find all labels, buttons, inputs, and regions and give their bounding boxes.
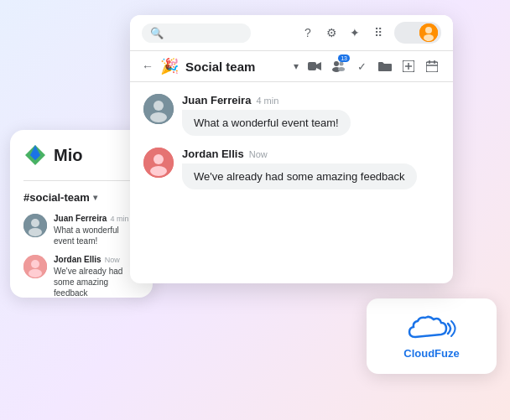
- channel-emoji: 🎉: [160, 57, 179, 75]
- message-text: We've already had some amazing feedback: [54, 266, 139, 298]
- sparkle-icon[interactable]: ✦: [347, 25, 362, 40]
- message-content: Jordan Ellis Now We've already had some …: [54, 255, 139, 298]
- cloudfuze-card: CloudFuze: [367, 298, 497, 374]
- mio-channel-name: #social-team: [23, 191, 90, 204]
- message-content: Jordan Ellis Now We've already had some …: [182, 148, 440, 189]
- message-group: Juan Ferreira 4 min What a wonderful eve…: [143, 94, 440, 136]
- topbar-icons: ? ⚙ ✦ ⠿: [300, 22, 441, 44]
- message-content: Juan Ferreira 4 min What a wonderful eve…: [182, 94, 440, 136]
- chat-subbar: ← 🎉 Social team ▾ 13 ✓: [130, 51, 453, 82]
- cloudfuze-brand-name: CloudFuze: [403, 347, 459, 360]
- chat-window: 🔍 ? ⚙ ✦ ⠿ ← 🎉 Social team ▾: [130, 15, 453, 283]
- message-meta: Jordan Ellis Now: [54, 255, 139, 264]
- cloudfuze-icon: [403, 314, 461, 344]
- svg-point-29: [150, 166, 167, 176]
- mio-channel-header[interactable]: #social-team ▾: [23, 191, 139, 204]
- avatar: [23, 255, 47, 278]
- search-box[interactable]: 🔍: [142, 23, 251, 43]
- message-bubble: What a wonderful event team!: [182, 110, 351, 136]
- mio-brand-name: Mio: [54, 146, 82, 165]
- task-icon[interactable]: [399, 57, 418, 75]
- svg-point-28: [154, 154, 164, 164]
- title-chevron-icon[interactable]: ▾: [294, 60, 299, 72]
- back-button[interactable]: ←: [142, 60, 154, 73]
- sender-name: Jordan Ellis: [182, 148, 244, 160]
- list-item: Juan Ferreira 4 min What a wonderful eve…: [23, 214, 139, 246]
- svg-point-25: [154, 101, 164, 111]
- avatar: [143, 94, 174, 124]
- message-time: 4 min: [110, 215, 128, 223]
- sender-name: Juan Ferreira: [182, 94, 251, 106]
- checkmark-icon[interactable]: ✓: [352, 57, 371, 75]
- message-meta: Juan Ferreira 4 min: [182, 94, 440, 106]
- avatar: [143, 148, 174, 178]
- message-time: 4 min: [256, 96, 278, 106]
- sender-name: Jordan Ellis: [54, 255, 101, 264]
- svg-point-26: [150, 112, 167, 122]
- message-time: Now: [249, 149, 268, 159]
- message-group: Jordan Ellis Now We've already had some …: [143, 148, 440, 189]
- people-badge: 13: [338, 54, 350, 62]
- mio-logo: Mio: [23, 143, 139, 167]
- svg-point-10: [425, 27, 432, 34]
- help-icon[interactable]: ?: [300, 25, 315, 40]
- message-bubble: We've already had some amazing feedback: [182, 163, 417, 189]
- settings-icon[interactable]: ⚙: [324, 25, 339, 40]
- svg-point-15: [340, 62, 344, 66]
- message-meta: Juan Ferreira 4 min: [54, 214, 139, 223]
- svg-rect-12: [308, 62, 316, 70]
- grid-icon[interactable]: ⠿: [371, 25, 386, 40]
- subbar-actions: 13 ✓: [305, 57, 441, 75]
- svg-point-11: [424, 34, 434, 41]
- people-icon[interactable]: 13: [329, 57, 347, 75]
- sender-name: Juan Ferreira: [54, 214, 107, 223]
- user-avatar-pill[interactable]: [394, 22, 441, 44]
- svg-point-8: [29, 269, 42, 277]
- svg-point-7: [31, 260, 39, 268]
- message-meta: Jordan Ellis Now: [182, 148, 440, 160]
- message-text: What a wonderful event team!: [54, 225, 139, 246]
- svg-point-13: [334, 61, 339, 66]
- svg-point-16: [338, 67, 345, 71]
- svg-rect-20: [426, 62, 438, 72]
- mio-divider: [23, 180, 139, 181]
- mio-diamond-icon: [23, 143, 47, 167]
- chevron-down-icon: ▾: [93, 193, 97, 202]
- chat-title: Social team: [185, 60, 287, 74]
- chat-topbar: 🔍 ? ⚙ ✦ ⠿: [130, 15, 453, 51]
- messages-area: Juan Ferreira 4 min What a wonderful eve…: [130, 82, 453, 213]
- video-icon[interactable]: [305, 57, 324, 75]
- svg-point-5: [29, 228, 42, 236]
- search-icon: 🔍: [150, 27, 164, 39]
- message-content: Juan Ferreira 4 min What a wonderful eve…: [54, 214, 139, 246]
- user-avatar: [419, 23, 438, 42]
- svg-point-4: [31, 219, 39, 227]
- message-time: Now: [105, 256, 120, 264]
- list-item: Jordan Ellis Now We've already had some …: [23, 255, 139, 298]
- folder-icon[interactable]: [376, 57, 394, 75]
- avatar: [23, 214, 47, 237]
- calendar-icon[interactable]: [423, 57, 441, 75]
- cloudfuze-logo: CloudFuze: [403, 314, 461, 360]
